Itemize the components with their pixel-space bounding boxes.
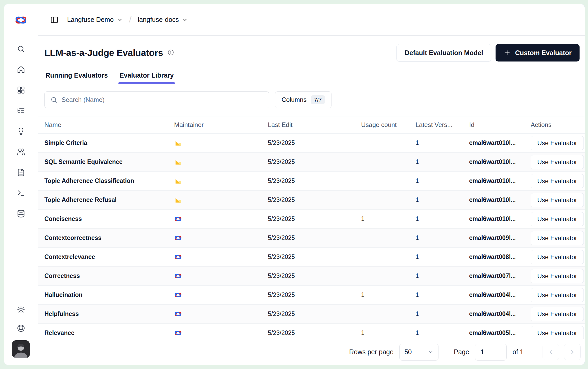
last-edit: 5/23/2025 [268,139,361,146]
latest-version: 1 [416,158,469,165]
column-header: Actions [531,121,585,129]
actions-cell: Use Evaluator [531,250,585,264]
evaluator-name: Conciseness [44,215,174,223]
use-evaluator-button[interactable]: Use Evaluator [531,326,584,339]
last-edit: 5/23/2025 [268,310,361,318]
langfuse-icon [174,310,182,318]
lightbulb-icon[interactable] [15,125,27,138]
list-tree-icon[interactable] [15,104,27,117]
settings-gear-icon[interactable] [15,303,27,316]
table-row[interactable]: Topic Adherence Refusal5/23/20251cmal6wa… [38,191,585,210]
home-icon[interactable] [15,63,27,76]
use-evaluator-button[interactable]: Use Evaluator [531,250,584,264]
dashboard-grid-icon[interactable] [15,84,27,96]
rows-per-page-select[interactable]: 50 [399,344,438,361]
use-evaluator-button[interactable]: Use Evaluator [531,269,584,283]
latest-version: 1 [416,139,469,146]
latest-version: 1 [416,291,469,299]
columns-count-badge: 7/7 [311,95,325,104]
column-header: Usage count [361,121,416,129]
use-evaluator-button[interactable]: Use Evaluator [531,155,584,169]
latest-version: 1 [416,272,469,280]
sidebar-toggle-icon[interactable] [48,13,61,26]
last-edit: 5/23/2025 [268,196,361,204]
users-icon[interactable] [15,145,27,158]
table-row[interactable]: Relevance5/23/202511cmal6wart005l...Use … [38,324,585,339]
tab-evaluator-library[interactable]: Evaluator Library [118,70,175,84]
actions-cell: Use Evaluator [531,136,585,150]
use-evaluator-button[interactable]: Use Evaluator [531,288,584,302]
tab-running-evaluators[interactable]: Running Evaluators [44,70,109,84]
maintainer-cell [174,272,268,280]
langfuse-icon [174,272,182,280]
table-row[interactable]: Topic Adherence Classification5/23/20251… [38,172,585,191]
chevron-down-icon [182,17,188,23]
page-header: LLM-as-a-Judge Evaluators Default Evalua… [44,44,580,62]
search-icon[interactable] [15,42,27,55]
ragas-icon [174,158,182,166]
topbar: Langfuse Demo / langfuse-docs [38,4,585,36]
column-header: Id [469,121,531,129]
table-row[interactable]: Contextrelevance5/23/20251cmal6wart008l.… [38,248,585,267]
info-icon[interactable] [167,49,174,57]
ragas-icon [174,196,182,204]
table-row[interactable]: Contextcorrectness5/23/20251cmal6wart009… [38,229,585,248]
table-row[interactable]: Simple Criteria5/23/20251cmal6wart010l..… [38,134,585,153]
langfuse-icon [174,329,182,337]
page-number-input[interactable] [475,344,507,361]
custom-evaluator-button[interactable]: Custom Evaluator [496,44,580,62]
maintainer-cell [174,158,268,166]
custom-evaluator-label: Custom Evaluator [515,49,572,57]
project-selector[interactable]: langfuse-docs [138,16,188,23]
maintainer-cell [174,329,268,337]
column-header: Latest Vers... [416,121,469,129]
evaluator-name: Hallucination [44,291,174,299]
langfuse-icon [174,291,182,299]
last-edit: 5/23/2025 [268,291,361,299]
use-evaluator-button[interactable]: Use Evaluator [531,212,584,226]
table-row[interactable]: Correctness5/23/20251cmal6wart007l...Use… [38,267,585,286]
column-header: Maintainer [174,121,268,129]
evaluator-id: cmal6wart010l... [469,196,531,204]
tab-bar: Running Evaluators Evaluator Library [44,70,578,84]
app-window: Langfuse Demo / langfuse-docs LLM-as-a-J… [4,4,585,365]
table-row[interactable]: SQL Semantic Equivalence5/23/20251cmal6w… [38,153,585,172]
project-name: langfuse-docs [138,16,179,23]
page-label: Page [454,348,469,356]
actions-cell: Use Evaluator [531,193,585,207]
org-selector[interactable]: Langfuse Demo [67,16,123,23]
table-row[interactable]: Conciseness5/23/202511cmal6wart010l...Us… [38,210,585,229]
last-edit: 5/23/2025 [268,234,361,242]
search-input[interactable] [62,96,263,103]
user-avatar[interactable] [12,340,30,358]
life-buoy-icon[interactable] [15,322,27,334]
next-page-button[interactable] [564,344,581,360]
page-total-label: of 1 [512,348,524,356]
actions-cell: Use Evaluator [531,307,585,321]
evaluator-id: cmal6wart010l... [469,177,531,184]
table-row[interactable]: Hallucination5/23/202511cmal6wart004l...… [38,286,585,305]
use-evaluator-button[interactable]: Use Evaluator [531,231,584,245]
database-icon[interactable] [15,207,27,220]
columns-button[interactable]: Columns 7/7 [275,91,332,108]
maintainer-cell [174,291,268,299]
file-icon[interactable] [15,166,27,179]
use-evaluator-button[interactable]: Use Evaluator [531,193,584,207]
langfuse-logo[interactable] [4,4,38,36]
use-evaluator-button[interactable]: Use Evaluator [531,136,584,150]
actions-cell: Use Evaluator [531,269,585,283]
usage-count: 1 [361,291,416,299]
columns-label: Columns [282,96,307,103]
terminal-icon[interactable] [15,187,27,199]
use-evaluator-button[interactable]: Use Evaluator [531,307,584,321]
evaluator-id: cmal6wart010l... [469,158,531,165]
default-evaluation-model-button[interactable]: Default Evaluation Model [396,44,491,62]
previous-page-button[interactable] [543,344,559,360]
chevron-right-icon [569,349,576,356]
use-evaluator-button[interactable]: Use Evaluator [531,174,584,188]
rows-per-page-label: Rows per page [349,348,394,356]
column-header: Name [44,121,174,129]
latest-version: 1 [416,196,469,204]
table-row[interactable]: Helpfulness5/23/20251cmal6wart004l...Use… [38,305,585,324]
sidebar [4,4,38,365]
